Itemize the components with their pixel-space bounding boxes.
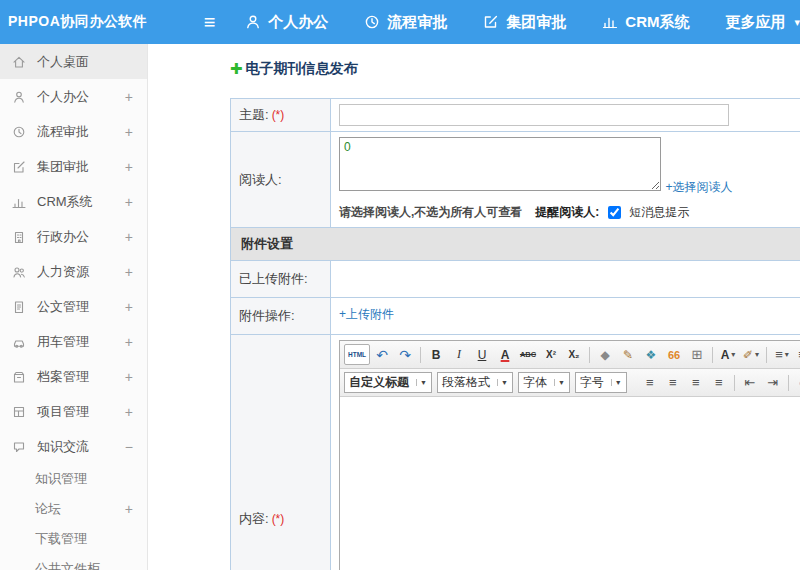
subject-input[interactable] bbox=[339, 104, 729, 126]
indent-button[interactable]: ⇥ bbox=[762, 372, 784, 393]
chat-bubble-icon bbox=[12, 440, 32, 454]
sidebar-item-label: CRM系统 bbox=[37, 193, 121, 211]
required-mark: (*) bbox=[272, 512, 285, 526]
nav-personal-office[interactable]: 个人办公 bbox=[245, 13, 328, 32]
outdent-button[interactable]: ⇤ bbox=[739, 372, 761, 393]
blockquote-button[interactable]: 66 bbox=[663, 344, 685, 365]
top-header: PHPOA协同办公软件 ≡ 个人办公 流程审批 集团审批 CRM系统 更多应用 … bbox=[0, 0, 800, 44]
clock-icon bbox=[364, 14, 380, 30]
source-code-button[interactable]: HTML bbox=[344, 344, 370, 365]
font-size-select[interactable]: 字号 bbox=[575, 372, 627, 393]
editor-content-area[interactable] bbox=[340, 397, 800, 570]
font-color-button[interactable]: A bbox=[717, 344, 739, 365]
highlight-color-button[interactable]: ✐ bbox=[740, 344, 762, 365]
expand-toggle[interactable]: + bbox=[121, 89, 133, 105]
collapse-toggle[interactable]: − bbox=[121, 439, 133, 455]
project-board-icon bbox=[12, 405, 32, 419]
forecolor-button[interactable]: A bbox=[494, 344, 516, 365]
bullet-list-button[interactable]: ≡ bbox=[771, 344, 793, 365]
format-brush-button[interactable]: ✎ bbox=[617, 344, 639, 365]
sidebar-item-vehicle-management[interactable]: 用车管理 + bbox=[0, 324, 147, 359]
sidebar-item-archive-management[interactable]: 档案管理 + bbox=[0, 359, 147, 394]
expand-toggle[interactable]: + bbox=[121, 369, 133, 385]
subscript-button[interactable]: X₂ bbox=[563, 344, 585, 365]
plus-icon: ✚ bbox=[230, 60, 243, 78]
heading-select[interactable]: 自定义标题 bbox=[344, 372, 432, 393]
hamburger-menu-icon[interactable]: ≡ bbox=[204, 12, 216, 32]
sidebar-item-human-resources[interactable]: 人力资源 + bbox=[0, 254, 147, 289]
remove-format-button[interactable]: ◆ bbox=[594, 344, 616, 365]
table-button[interactable]: ⊞ bbox=[686, 344, 708, 365]
remind-readers-label: 提醒阅读人: bbox=[535, 204, 599, 221]
content-label: 内容: (*) bbox=[231, 335, 331, 570]
subject-label: 主题: (*) bbox=[231, 99, 331, 131]
numbered-list-button[interactable]: ≡ bbox=[794, 344, 800, 365]
app-title: PHPOA协同办公软件 bbox=[0, 13, 152, 31]
expand-toggle[interactable]: + bbox=[121, 229, 133, 245]
attachment-operation-row: 附件操作: +上传附件 bbox=[231, 298, 800, 335]
sidebar-item-knowledge-exchange[interactable]: 知识交流 − bbox=[0, 429, 147, 464]
paste-button[interactable]: ❖ bbox=[640, 344, 662, 365]
nav-more-apps[interactable]: 更多应用 ▾ bbox=[725, 13, 800, 32]
car-icon bbox=[12, 335, 32, 349]
subject-row: 主题: (*) bbox=[231, 99, 800, 132]
edit-square-icon bbox=[483, 14, 499, 30]
align-justify-button[interactable]: ≡ bbox=[708, 372, 730, 393]
upload-attachment-link[interactable]: +上传附件 bbox=[339, 306, 394, 323]
readers-label: 阅读人: bbox=[231, 132, 331, 227]
paragraph-format-select[interactable]: 段落格式 bbox=[437, 372, 513, 393]
expand-toggle[interactable]: + bbox=[121, 264, 133, 280]
redo-button[interactable]: ↷ bbox=[394, 344, 416, 365]
expand-toggle[interactable]: + bbox=[121, 404, 133, 420]
sidebar-item-crm-system[interactable]: CRM系统 + bbox=[0, 184, 147, 219]
align-right-button[interactable]: ≡ bbox=[685, 372, 707, 393]
bar-chart-icon bbox=[12, 195, 32, 209]
nav-group-approval[interactable]: 集团审批 bbox=[483, 13, 566, 32]
toolbar-separator bbox=[734, 375, 735, 391]
nav-workflow-approval[interactable]: 流程审批 bbox=[364, 13, 447, 32]
expand-toggle[interactable]: + bbox=[121, 334, 133, 350]
sidebar-subitem-label: 下载管理 bbox=[35, 530, 121, 548]
underline-button[interactable]: U bbox=[471, 344, 493, 365]
sidebar-item-personal-office[interactable]: 个人办公 + bbox=[0, 79, 147, 114]
expand-toggle[interactable]: + bbox=[121, 501, 133, 517]
sidebar-subitem-download-management[interactable]: 下载管理 bbox=[0, 524, 147, 554]
chevron-down-icon: ▾ bbox=[794, 16, 800, 29]
choose-readers-link[interactable]: +选择阅读人 bbox=[665, 179, 732, 196]
sidebar-item-workflow-approval[interactable]: 流程审批 + bbox=[0, 114, 147, 149]
sidebar-item-label: 用车管理 bbox=[37, 333, 121, 351]
nav-label: 更多应用 bbox=[725, 13, 785, 32]
sidebar-item-group-approval[interactable]: 集团审批 + bbox=[0, 149, 147, 184]
attachment-section-header: 附件设置 bbox=[231, 228, 800, 261]
expand-toggle[interactable]: + bbox=[121, 159, 133, 175]
sidebar-item-personal-desktop[interactable]: 个人桌面 bbox=[0, 44, 147, 79]
sidebar-subitem-forum[interactable]: 论坛 + bbox=[0, 494, 147, 524]
italic-button[interactable]: I bbox=[448, 344, 470, 365]
nav-crm-system[interactable]: CRM系统 bbox=[602, 13, 689, 32]
expand-toggle[interactable]: + bbox=[121, 194, 133, 210]
readers-textarea[interactable]: 0 bbox=[339, 137, 661, 191]
sms-notify-checkbox[interactable] bbox=[608, 206, 621, 219]
bold-button[interactable]: B bbox=[425, 344, 447, 365]
editor-toolbar-row1: HTML ↶ ↷ B I U A ABC X² X₂ ◆ ✎ bbox=[340, 341, 800, 369]
subject-label-text: 主题: bbox=[239, 106, 269, 124]
expand-toggle[interactable]: + bbox=[121, 299, 133, 315]
align-left-button[interactable]: ≡ bbox=[639, 372, 661, 393]
bar-chart-icon bbox=[602, 14, 618, 30]
sidebar-item-label: 档案管理 bbox=[37, 368, 121, 386]
sidebar-item-document-management[interactable]: 公文管理 + bbox=[0, 289, 147, 324]
sidebar-item-admin-office[interactable]: 行政办公 + bbox=[0, 219, 147, 254]
link-button[interactable]: ∞ bbox=[793, 372, 800, 393]
sidebar-subitem-label: 论坛 bbox=[35, 500, 121, 518]
sidebar-subitem-label: 知识管理 bbox=[35, 470, 121, 488]
undo-button[interactable]: ↶ bbox=[371, 344, 393, 365]
sidebar-item-project-management[interactable]: 项目管理 + bbox=[0, 394, 147, 429]
sidebar-subitem-knowledge-management[interactable]: 知识管理 bbox=[0, 464, 147, 494]
expand-toggle[interactable]: + bbox=[121, 124, 133, 140]
align-center-button[interactable]: ≡ bbox=[662, 372, 684, 393]
superscript-button[interactable]: X² bbox=[540, 344, 562, 365]
sidebar-subitem-public-file-cabinet[interactable]: 公共文件柜 bbox=[0, 554, 147, 570]
strikethrough-button[interactable]: ABC bbox=[517, 344, 539, 365]
person-icon bbox=[12, 90, 32, 104]
font-family-select[interactable]: 字体 bbox=[518, 372, 570, 393]
